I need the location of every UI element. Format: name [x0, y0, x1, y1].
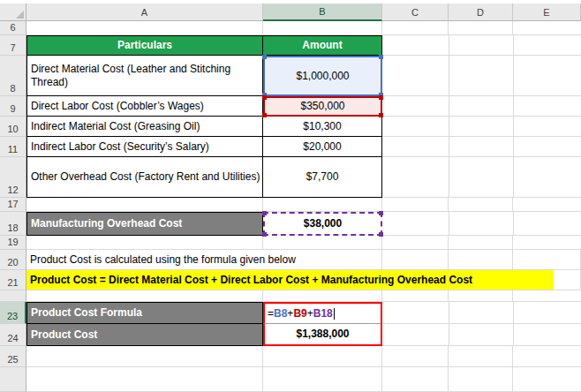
row-header-18[interactable]: 18: [0, 212, 26, 236]
row-header-7[interactable]: 7: [0, 35, 26, 56]
row-header-24[interactable]: 24: [0, 324, 26, 346]
cell-A12-label[interactable]: Other Overhead Cost (Factory Rent and Ut…: [26, 157, 263, 198]
cell-A8-label[interactable]: Direct Material Cost (Leather and Stitch…: [26, 56, 263, 96]
column-header-row: A B C D E: [0, 4, 581, 21]
empty-cells[interactable]: [382, 96, 581, 117]
overhead-amount: $38,000: [304, 217, 342, 230]
spreadsheet: A B C D E 6 7 Particulars Amount 8 Direc…: [0, 0, 581, 392]
row-header-partial[interactable]: [0, 367, 26, 392]
sheet-row-9: 9 Direct Labor Cost (Cobbler’s Wages) $3…: [0, 96, 581, 117]
sheet-row-12: 12 Other Overhead Cost (Factory Rent and…: [0, 157, 581, 198]
formula-ref-b8: B8: [274, 307, 287, 320]
row-header-6[interactable]: 6: [0, 21, 26, 35]
range-handle[interactable]: [262, 113, 267, 117]
range-handle[interactable]: [379, 95, 383, 100]
range-handle[interactable]: [379, 55, 383, 59]
empty-cells[interactable]: [382, 35, 581, 56]
row-header-10[interactable]: 10: [0, 117, 26, 137]
cell-B24-result-value[interactable]: $1,388,000: [263, 324, 382, 346]
column-header-a[interactable]: A: [26, 4, 263, 21]
column-header-d[interactable]: D: [449, 4, 513, 21]
column-header-e[interactable]: E: [513, 4, 581, 21]
cell-A23-formula-label[interactable]: Product Cost Formula: [26, 302, 263, 324]
sheet-row-18: 18 Manufacturing Overhead Cost $38,000: [0, 212, 581, 236]
formula-ref-b9: B9: [293, 307, 306, 320]
row-header-23[interactable]: 23: [0, 302, 26, 324]
row-header-21[interactable]: 21: [0, 270, 26, 290]
cell-B9-value[interactable]: $350,000: [263, 96, 382, 117]
sheet-row-24: 24 Product Cost $1,388,000: [0, 324, 581, 346]
range-handle[interactable]: [262, 232, 267, 237]
row-header-25[interactable]: 25: [0, 346, 26, 367]
empty-cells[interactable]: [382, 157, 581, 198]
empty-cell[interactable]: [449, 250, 513, 270]
sheet-row-23: 23 Product Cost Formula =B8+B9+B18: [0, 302, 581, 324]
empty-cells[interactable]: [26, 346, 581, 367]
empty-cells[interactable]: [26, 290, 581, 302]
cell-B18-overhead-value[interactable]: $38,000: [263, 212, 382, 236]
cell-A18-overhead-label[interactable]: Manufacturing Overhead Cost: [26, 212, 263, 236]
empty-cell[interactable]: [554, 270, 581, 290]
row-header-20[interactable]: 20: [0, 250, 26, 270]
row-header-8[interactable]: 8: [0, 56, 26, 96]
cell-B10-value[interactable]: $10,300: [263, 117, 382, 137]
cell-A21-formula-banner[interactable]: Product Cost = Direct Material Cost + Di…: [26, 270, 554, 290]
row-header-11[interactable]: 11: [0, 137, 26, 157]
row-header-17[interactable]: 17: [0, 198, 26, 212]
row-header-9[interactable]: 9: [0, 96, 26, 117]
cell-B23-formula-editor[interactable]: =B8+B9+B18: [263, 302, 382, 324]
empty-cell[interactable]: [513, 250, 581, 270]
sheet-row-8: 8 Direct Material Cost (Leather and Stit…: [0, 56, 581, 96]
cell-A11-label[interactable]: Indirect Labor Cost (Security’s Salary): [26, 137, 263, 157]
cell-A7-particulars-header[interactable]: Particulars: [26, 35, 263, 56]
empty-cells[interactable]: [382, 56, 581, 96]
cell-B12-value[interactable]: $7,700: [263, 157, 382, 198]
empty-cells[interactable]: [26, 367, 581, 392]
range-handle[interactable]: [262, 211, 267, 215]
sheet-row-17: 17: [0, 198, 581, 212]
cell-B8-value[interactable]: $1,000,000: [263, 56, 382, 96]
formula-plus: +: [307, 307, 313, 320]
empty-cells[interactable]: [26, 21, 581, 35]
select-all-corner[interactable]: [0, 4, 26, 21]
range-handle[interactable]: [379, 211, 383, 215]
sheet-row-7: 7 Particulars Amount: [0, 35, 581, 56]
cell-B11-value[interactable]: $20,000: [263, 137, 382, 157]
column-header-b[interactable]: B: [263, 4, 382, 21]
empty-cells[interactable]: [382, 302, 581, 324]
sheet-row-partial: [0, 367, 581, 392]
sheet-row-25: 25: [0, 346, 581, 367]
range-handle[interactable]: [262, 95, 267, 100]
direct-labor-cost-amount: $350,000: [300, 100, 344, 113]
sheet-row-22: [0, 290, 581, 302]
sheet-row-11: 11 Indirect Labor Cost (Security’s Salar…: [0, 137, 581, 157]
empty-cells[interactable]: [382, 117, 581, 137]
row-header-19[interactable]: 19: [0, 236, 26, 250]
sheet-row-20: 20 Product Cost is calculated using the …: [0, 250, 581, 270]
text-cursor: [334, 308, 335, 320]
cell-A24-result-label[interactable]: Product Cost: [26, 324, 263, 346]
cell-B7-amount-header[interactable]: Amount: [263, 35, 382, 56]
row-header-22[interactable]: [0, 290, 26, 302]
empty-cells[interactable]: [26, 236, 581, 250]
cell-A10-label[interactable]: Indirect Material Cost (Greasing Oil): [26, 117, 263, 137]
formula-equals: =: [268, 307, 274, 320]
range-handle[interactable]: [262, 55, 267, 59]
sheet-row-6: 6: [0, 21, 581, 35]
empty-cells[interactable]: [382, 137, 581, 157]
range-handle[interactable]: [379, 113, 383, 117]
empty-cells[interactable]: [382, 212, 581, 236]
sheet-row-21: 21 Product Cost = Direct Material Cost +…: [0, 270, 581, 290]
column-header-c[interactable]: C: [382, 4, 449, 21]
empty-cells[interactable]: [382, 324, 581, 346]
formula-ref-b18: B18: [313, 307, 333, 320]
row-header-12[interactable]: 12: [0, 157, 26, 198]
range-handle[interactable]: [379, 232, 383, 237]
cell-A20-note[interactable]: Product Cost is calculated using the for…: [26, 250, 449, 270]
formula-plus: +: [287, 307, 293, 320]
empty-cells[interactable]: [26, 198, 581, 212]
select-all-icon: [16, 11, 24, 19]
sheet-row-10: 10 Indirect Material Cost (Greasing Oil)…: [0, 117, 581, 137]
cell-A9-label[interactable]: Direct Labor Cost (Cobbler’s Wages): [26, 96, 263, 117]
sheet-row-19: 19: [0, 236, 581, 250]
